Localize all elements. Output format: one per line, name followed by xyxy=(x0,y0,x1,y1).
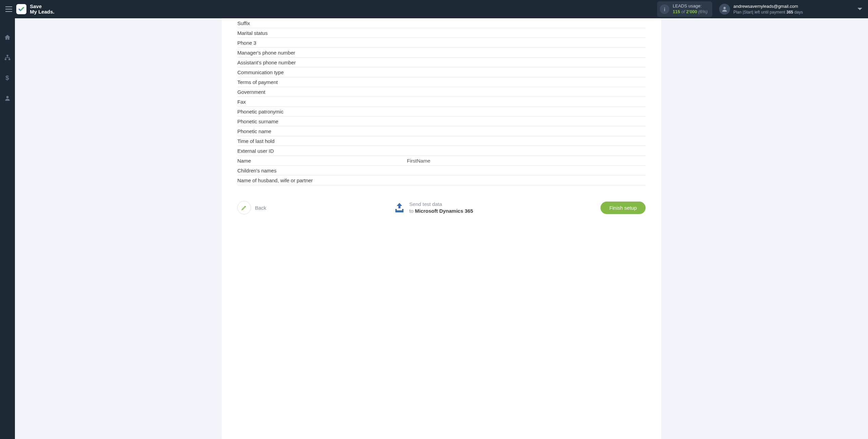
content-card: SuffixMarital statusPhone 3Manager's pho… xyxy=(222,18,661,439)
field-label: Time of last hold xyxy=(237,138,407,144)
field-row[interactable]: Manager's phone number xyxy=(237,48,646,58)
field-row[interactable]: Suffix xyxy=(237,18,646,28)
field-row[interactable]: Phonetic patronymic xyxy=(237,107,646,117)
field-label: Government xyxy=(237,89,407,95)
upload-icon xyxy=(394,202,405,213)
home-icon xyxy=(4,34,11,40)
field-label: Children's names xyxy=(237,168,407,173)
field-label: Name xyxy=(237,158,407,164)
avatar-icon xyxy=(719,4,730,15)
field-row[interactable]: Marital status xyxy=(237,28,646,38)
account-menu[interactable]: andrewsavemyleads@gmail.com Plan |Start|… xyxy=(719,3,803,15)
hamburger-icon xyxy=(5,6,12,12)
field-label: Manager's phone number xyxy=(237,50,407,56)
svg-point-0 xyxy=(724,7,726,9)
field-row[interactable]: Assistant's phone number xyxy=(237,58,646,67)
logo[interactable]: Save My Leads. xyxy=(16,4,55,15)
user-icon xyxy=(4,95,11,102)
actions-bar: Back Send test data to Microsoft Dynamic… xyxy=(237,201,646,215)
field-label: Phonetic surname xyxy=(237,119,407,124)
field-label: Phonetic patronymic xyxy=(237,109,407,114)
account-email: andrewsavemyleads@gmail.com xyxy=(733,3,803,9)
svg-rect-7 xyxy=(395,209,397,210)
field-row[interactable]: Government xyxy=(237,87,646,97)
svg-text:$: $ xyxy=(5,75,9,81)
field-row[interactable]: Phone 3 xyxy=(237,38,646,48)
usage-values: 115 of 2'000 (6%) xyxy=(673,9,708,15)
field-label: Fax xyxy=(237,99,407,105)
field-label: Assistant's phone number xyxy=(237,60,407,65)
svg-rect-3 xyxy=(8,59,10,60)
send-test-line1: Send test data xyxy=(409,201,473,208)
sidebar-item-home[interactable] xyxy=(0,32,15,43)
field-label: Terms of payment xyxy=(237,79,407,85)
svg-point-5 xyxy=(6,96,9,98)
pencil-icon xyxy=(241,205,247,211)
sidebar: $ xyxy=(0,18,15,439)
field-label: Communication type xyxy=(237,69,407,75)
account-chevron[interactable] xyxy=(857,6,863,12)
field-row[interactable]: NameFirstName xyxy=(237,156,646,166)
field-label: Name of husband, wife or partner xyxy=(237,177,407,183)
svg-rect-1 xyxy=(7,55,8,56)
finish-setup-button[interactable]: Finish setup xyxy=(600,202,646,214)
field-row[interactable]: External user ID xyxy=(237,146,646,156)
field-row[interactable]: Children's names xyxy=(237,166,646,175)
field-value: FirstName xyxy=(407,158,430,164)
logo-text: Save My Leads. xyxy=(30,4,55,15)
field-label: External user ID xyxy=(237,148,407,154)
svg-rect-8 xyxy=(402,209,403,210)
account-plan: Plan |Start| left until payment 365 days xyxy=(733,9,803,15)
field-label: Suffix xyxy=(237,20,407,26)
field-row[interactable]: Terms of payment xyxy=(237,77,646,87)
field-row[interactable]: Phonetic surname xyxy=(237,117,646,126)
hierarchy-icon xyxy=(4,55,11,61)
send-test-button[interactable]: Send test data to Microsoft Dynamics 365 xyxy=(394,201,473,215)
sidebar-item-integrations[interactable] xyxy=(0,52,15,63)
chevron-down-icon xyxy=(857,7,863,11)
leads-usage-badge[interactable]: i LEADS usage: 115 of 2'000 (6%) xyxy=(657,1,712,17)
field-row[interactable]: Phonetic name xyxy=(237,126,646,136)
dollar-icon: $ xyxy=(5,75,10,81)
field-label: Phonetic name xyxy=(237,128,407,134)
app-header: Save My Leads. i LEADS usage: 115 of 2'0… xyxy=(0,0,868,18)
svg-rect-6 xyxy=(395,210,403,212)
info-icon: i xyxy=(660,4,669,14)
field-label: Marital status xyxy=(237,30,407,36)
menu-toggle[interactable] xyxy=(5,6,12,12)
field-row[interactable]: Name of husband, wife or partner xyxy=(237,175,646,185)
sidebar-item-account[interactable] xyxy=(0,93,15,104)
field-row[interactable]: Time of last hold xyxy=(237,136,646,146)
back-button[interactable]: Back xyxy=(237,201,266,214)
field-row[interactable]: Fax xyxy=(237,97,646,107)
back-label: Back xyxy=(255,205,266,211)
send-test-line2: to Microsoft Dynamics 365 xyxy=(409,208,473,214)
svg-rect-2 xyxy=(5,59,6,60)
field-row[interactable]: Communication type xyxy=(237,67,646,77)
logo-icon xyxy=(16,4,26,14)
field-label: Phone 3 xyxy=(237,40,407,46)
usage-label: LEADS usage: xyxy=(673,3,708,9)
sidebar-item-billing[interactable]: $ xyxy=(0,72,15,83)
